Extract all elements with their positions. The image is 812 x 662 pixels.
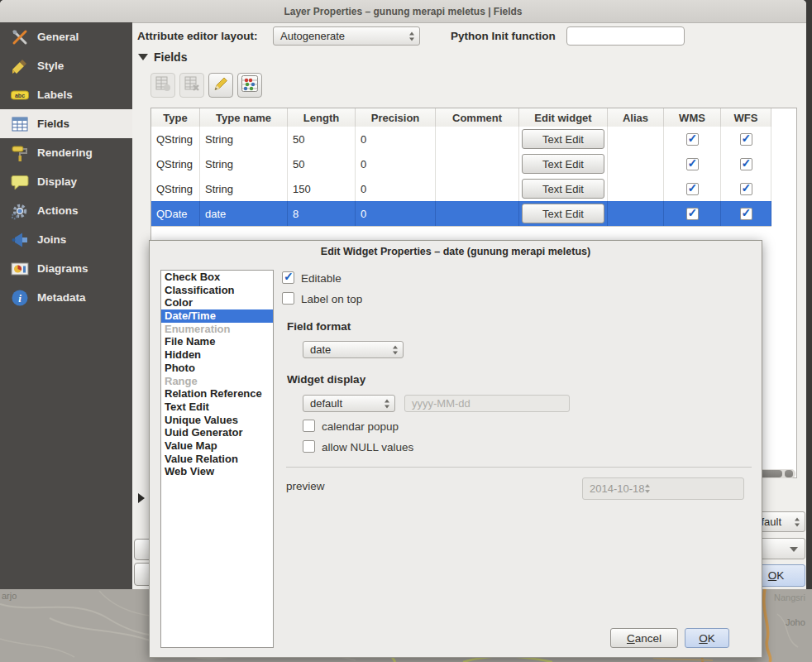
column-header-type-name[interactable]: Type name — [200, 108, 288, 127]
widget-type-file-name[interactable]: File Name — [161, 335, 273, 348]
widget-type-value-map[interactable]: Value Map — [161, 439, 273, 453]
column-header-length[interactable]: Length — [288, 108, 356, 127]
field-calculator-button[interactable] — [237, 73, 262, 98]
wfs-checkbox[interactable] — [740, 158, 752, 170]
table-row[interactable]: QDatedate80Text Edit — [151, 201, 771, 227]
column-header-alias[interactable]: Alias — [608, 108, 664, 127]
cell-alias — [608, 151, 664, 176]
attribute-editor-layout-combo[interactable]: Autogenerate — [273, 26, 420, 46]
widget-type-web-view[interactable]: Web View — [161, 465, 273, 478]
editable-checkbox[interactable] — [282, 271, 294, 284]
table-row[interactable]: QStringString1500Text Edit — [151, 176, 771, 202]
sidebar-item-diagrams[interactable]: Diagrams — [0, 254, 132, 283]
allow-null-label: allow NULL values — [322, 441, 413, 453]
date-format-input[interactable]: yyyy-MM-dd — [404, 395, 570, 412]
fields-group-label: Fields — [154, 50, 187, 64]
column-header-wfs[interactable]: WFS — [721, 108, 771, 127]
column-header-type[interactable]: Type — [151, 108, 200, 127]
scrollbar-knob[interactable] — [785, 470, 793, 477]
sidebar-item-actions[interactable]: Actions — [0, 196, 132, 225]
widget-type-hidden[interactable]: Hidden — [161, 348, 273, 362]
widget-type-photo[interactable]: Photo — [161, 362, 273, 375]
ok-button[interactable]: OK — [685, 628, 729, 648]
toggle-editing-button[interactable] — [208, 73, 233, 98]
field-format-combo[interactable]: date — [303, 341, 404, 358]
wms-checkbox[interactable] — [686, 133, 699, 146]
column-header-wms[interactable]: WMS — [664, 108, 721, 127]
text-edit-button[interactable]: Text Edit — [522, 204, 604, 223]
widget-display-combo[interactable]: default — [303, 395, 395, 412]
cell-precision: 0 — [356, 127, 436, 151]
widget-type-check-box[interactable]: Check Box — [161, 271, 273, 284]
svg-text:i: i — [18, 292, 21, 305]
bubble-icon — [11, 173, 29, 191]
map-place-label: Nangsri — [774, 592, 805, 602]
field-format-label: Field format — [287, 320, 351, 333]
calendar-popup-checkbox[interactable] — [303, 420, 315, 432]
wms-checkbox[interactable] — [686, 158, 699, 170]
wms-checkbox[interactable] — [686, 183, 699, 195]
table-header-row: TypeType nameLengthPrecisionCommentEdit … — [151, 108, 771, 127]
table-row[interactable]: QStringString500Text Edit — [151, 151, 771, 177]
sidebar-item-display[interactable]: Display — [0, 167, 132, 196]
cell-wfs — [721, 127, 771, 151]
text-edit-button[interactable]: Text Edit — [522, 179, 604, 199]
spinner-arrows-icon[interactable] — [795, 517, 800, 526]
sidebar-item-labels[interactable]: abcLabels — [0, 80, 132, 109]
spinner-arrows-icon[interactable] — [385, 399, 389, 408]
sidebar-item-metadata[interactable]: iMetadata — [0, 283, 132, 312]
cell-comment — [436, 127, 519, 151]
svg-text:abc: abc — [15, 93, 25, 98]
dialog-title: Edit Widget Properties – date (gunung me… — [150, 246, 762, 257]
cancel-button[interactable]: Cancel — [610, 628, 678, 648]
separator — [286, 467, 752, 468]
widget-type-relation-reference[interactable]: Relation Reference — [161, 387, 273, 401]
new-column-button[interactable] — [150, 73, 175, 98]
collapse-arrow-icon[interactable] — [138, 54, 148, 60]
wfs-checkbox[interactable] — [740, 208, 752, 220]
label-on-top-checkbox[interactable] — [282, 292, 294, 305]
table-row[interactable]: QStringString500Text Edit — [151, 127, 771, 152]
cell-edit-widget: Text Edit — [519, 151, 608, 176]
text-edit-button[interactable]: Text Edit — [522, 154, 604, 174]
widget-type-uuid-generator[interactable]: Uuid Generator — [161, 426, 273, 439]
spinner-arrows-icon[interactable] — [409, 31, 414, 41]
cell-length: 8 — [288, 201, 356, 226]
text-edit-button[interactable]: Text Edit — [522, 129, 604, 149]
spinner-arrows-icon[interactable] — [393, 345, 398, 354]
widget-type-unique-values[interactable]: Unique Values — [161, 414, 273, 427]
sidebar-item-style[interactable]: Style — [0, 51, 132, 80]
column-header-comment[interactable]: Comment — [436, 108, 519, 127]
column-header-precision[interactable]: Precision — [356, 108, 436, 127]
cell-edit-widget: Text Edit — [519, 127, 608, 151]
cell-wms — [664, 151, 721, 176]
sidebar-item-label: Rendering — [37, 146, 93, 159]
widget-type-color[interactable]: Color — [161, 296, 273, 309]
window-titlebar[interactable]: Layer Properties – gunung merapi meletus… — [0, 0, 806, 23]
wfs-checkbox[interactable] — [740, 183, 752, 195]
collapsed-group-arrow-icon[interactable] — [138, 493, 145, 503]
sidebar-item-joins[interactable]: Joins — [0, 225, 132, 254]
sidebar-item-rendering[interactable]: Rendering — [0, 138, 132, 167]
sidebar-item-label: Labels — [37, 89, 73, 101]
python-init-function-input[interactable] — [566, 26, 685, 46]
column-header-edit-widget[interactable]: Edit widget — [519, 108, 608, 127]
delete-column-button[interactable] — [179, 73, 204, 98]
sidebar-item-label: Actions — [37, 204, 79, 217]
pencil-icon — [212, 74, 230, 96]
widget-type-date-time[interactable]: Date/Time — [161, 309, 273, 323]
sidebar-item-fields[interactable]: Fields — [0, 109, 132, 138]
wfs-checkbox[interactable] — [740, 133, 752, 146]
spinner-arrows-icon[interactable] — [645, 484, 650, 493]
preview-spinbox[interactable]: 2014-10-18 — [582, 477, 744, 500]
sidebar-item-general[interactable]: General — [0, 22, 132, 51]
allow-null-checkbox[interactable] — [303, 440, 315, 453]
cell-comment — [436, 201, 519, 226]
wms-checkbox[interactable] — [686, 208, 699, 220]
cell-precision: 0 — [356, 201, 436, 226]
widget-type-value-relation[interactable]: Value Relation — [161, 453, 273, 466]
widget-type-classification[interactable]: Classification — [161, 284, 273, 297]
widget-type-text-edit[interactable]: Text Edit — [161, 401, 273, 414]
edit-widget-properties-dialog: Edit Widget Properties – date (gunung me… — [149, 240, 762, 658]
cell-type-name: String — [200, 151, 288, 176]
